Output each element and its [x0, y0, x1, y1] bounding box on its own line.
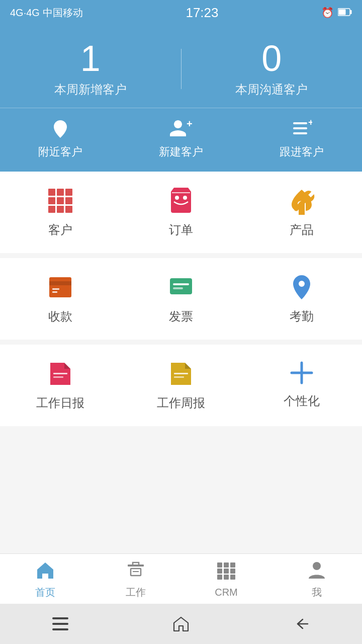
- svg-text:+: +: [187, 118, 193, 129]
- svg-rect-24: [170, 278, 192, 294]
- svg-rect-38: [230, 562, 235, 568]
- nav-item-work[interactable]: 工作: [90, 560, 181, 599]
- crm-nav-label: CRM: [215, 587, 238, 598]
- payment-label: 收款: [48, 308, 72, 325]
- quick-action-follow[interactable]: + 跟进客户: [241, 118, 362, 159]
- header-stats: 1 本周新增客户 0 本周沟通客户: [0, 25, 362, 108]
- status-time: 17:23: [186, 5, 218, 21]
- main-content: 客户 订单: [0, 172, 362, 553]
- grid-item-customer[interactable]: 客户: [0, 187, 121, 238]
- svg-rect-42: [217, 575, 222, 580]
- svg-rect-13: [57, 197, 64, 204]
- product-label: 产品: [290, 222, 314, 238]
- invoice-label: 发票: [169, 308, 193, 325]
- svg-rect-28: [53, 376, 63, 378]
- product-icon: [288, 187, 316, 215]
- customer-label: 客户: [48, 222, 72, 238]
- crm-nav-icon: [216, 561, 236, 584]
- attendance-label: 考勤: [290, 308, 314, 325]
- svg-rect-39: [217, 569, 222, 574]
- grid-item-attendance[interactable]: 考勤: [241, 273, 362, 325]
- svg-rect-33: [128, 565, 144, 567]
- grid-item-invoice[interactable]: 发票: [121, 273, 241, 325]
- svg-point-18: [175, 196, 179, 200]
- svg-rect-5: [293, 122, 307, 124]
- sys-back-button[interactable]: [282, 617, 322, 630]
- grid-item-customize[interactable]: 个性化: [241, 360, 362, 411]
- svg-rect-40: [224, 569, 229, 574]
- new-customers-label: 本周新增客户: [0, 82, 181, 98]
- status-icons: ⏰: [321, 7, 352, 19]
- svg-rect-7: [293, 132, 307, 134]
- alarm-icon: ⏰: [321, 7, 334, 19]
- grid-section-1: 客户 订单: [0, 172, 362, 253]
- work-nav-icon: [126, 560, 146, 583]
- work-nav-label: 工作: [126, 586, 146, 599]
- svg-point-45: [313, 562, 321, 570]
- bottom-nav: 首页 工作 CRM: [0, 553, 362, 604]
- svg-rect-14: [65, 197, 72, 204]
- grid-section-3: 工作日报 工作周报: [0, 345, 362, 426]
- system-nav-bar: [0, 604, 362, 644]
- grid-item-daily[interactable]: 工作日报: [0, 360, 121, 411]
- nav-item-home[interactable]: 首页: [0, 560, 90, 599]
- me-nav-icon: [307, 560, 327, 583]
- quick-action-nearby[interactable]: 附近客户: [0, 118, 121, 159]
- customer-icon: [46, 187, 74, 215]
- svg-rect-44: [230, 575, 235, 580]
- svg-rect-29: [174, 373, 188, 374]
- quick-action-follow-label: 跟进客户: [280, 144, 324, 159]
- svg-rect-25: [173, 283, 189, 285]
- svg-rect-41: [230, 569, 235, 574]
- svg-rect-46: [52, 617, 68, 619]
- quick-action-new-label: 新建客户: [159, 144, 203, 159]
- contacted-customers-label: 本周沟通客户: [182, 82, 363, 98]
- contacted-customers-number: 0: [182, 40, 363, 76]
- svg-rect-23: [52, 291, 57, 293]
- sys-home-button[interactable]: [161, 616, 201, 632]
- signal-icon: 4G·4G: [10, 7, 40, 19]
- battery-icon: [338, 7, 352, 19]
- daily-label: 工作日报: [36, 395, 84, 411]
- svg-rect-48: [52, 628, 68, 630]
- order-icon: [167, 187, 195, 215]
- invoice-icon: [167, 273, 195, 301]
- status-bar: 4G·4G 中国移动 17:23 ⏰: [0, 0, 362, 25]
- svg-rect-26: [173, 287, 183, 289]
- home-nav-label: 首页: [35, 586, 55, 599]
- grid-item-weekly[interactable]: 工作周报: [121, 360, 241, 411]
- grid-item-order[interactable]: 订单: [121, 187, 241, 238]
- svg-rect-37: [224, 562, 229, 568]
- weekly-label: 工作周报: [157, 395, 205, 411]
- home-nav-icon: [35, 560, 55, 583]
- new-customer-icon: +: [169, 118, 193, 139]
- svg-text:+: +: [308, 118, 312, 127]
- follow-icon: +: [291, 118, 312, 139]
- stat-new-customers: 1 本周新增客户: [0, 40, 181, 98]
- customize-icon: [289, 360, 315, 386]
- grid-row-2: 收款 发票 考勤: [0, 258, 362, 340]
- grid-item-payment[interactable]: 收款: [0, 273, 121, 325]
- payment-icon: [46, 273, 74, 301]
- daily-icon: [47, 360, 73, 388]
- svg-rect-12: [48, 197, 55, 204]
- nav-item-crm[interactable]: CRM: [181, 561, 272, 598]
- carrier-name: 中国移动: [43, 6, 83, 20]
- nav-item-me[interactable]: 我: [272, 560, 362, 599]
- svg-rect-30: [174, 376, 184, 378]
- svg-rect-17: [65, 206, 72, 213]
- grid-item-product[interactable]: 产品: [241, 187, 362, 238]
- svg-rect-22: [52, 288, 59, 290]
- order-label: 订单: [169, 222, 193, 238]
- svg-rect-20: [49, 277, 71, 297]
- sys-menu-button[interactable]: [40, 617, 80, 630]
- svg-rect-43: [224, 575, 229, 580]
- svg-rect-11: [65, 189, 72, 196]
- svg-rect-6: [293, 127, 307, 129]
- quick-action-nearby-label: 附近客户: [38, 144, 82, 159]
- quick-action-new[interactable]: + 新建客户: [121, 118, 241, 159]
- svg-rect-10: [57, 189, 64, 196]
- grid-section-2: 收款 发票 考勤: [0, 258, 362, 340]
- svg-rect-27: [53, 373, 67, 374]
- stat-contacted-customers: 0 本周沟通客户: [182, 40, 363, 98]
